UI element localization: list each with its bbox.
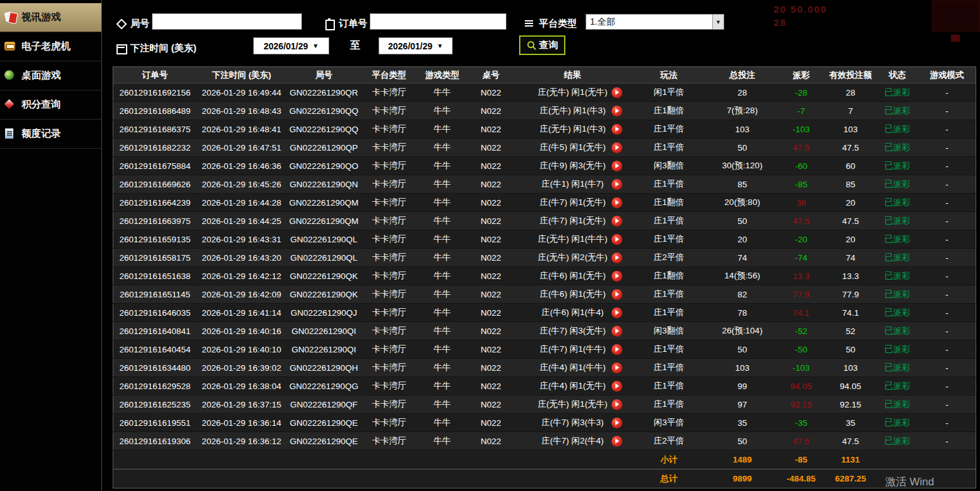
cell: -103 — [778, 120, 825, 139]
result-text: 庄(无牛) 闲1(牛3) — [539, 124, 605, 134]
search-button[interactable]: 查询 — [519, 35, 565, 55]
cell: GN022261290QP — [287, 139, 361, 157]
cell — [113, 451, 631, 469]
total-valid-bet: 6287.25 — [825, 469, 877, 488]
play-icon[interactable] — [612, 436, 622, 447]
cell: 牛牛 — [417, 249, 468, 267]
cell: 庄1平倍 — [631, 304, 707, 322]
clipboard-icon — [324, 18, 334, 28]
subtotal-payout: -85 — [778, 451, 825, 469]
play-icon[interactable] — [612, 381, 622, 392]
table-row: 2601291616295282026-01-29 16:38:04GN0222… — [113, 377, 976, 395]
cell: 卡卡湾厅 — [361, 359, 417, 377]
play-icon[interactable] — [612, 399, 622, 410]
cell: 28 — [707, 84, 778, 102]
selected-value: 2026/01/29 — [388, 41, 432, 51]
cell: 50 — [707, 340, 778, 359]
slot-icon — [4, 40, 16, 53]
total-row: 总计 9899 -484.85 6287.25 — [113, 469, 976, 488]
result-cell: 庄(牛1) 闲1(牛7) — [515, 175, 631, 194]
play-icon[interactable] — [612, 216, 622, 227]
table-row: 2601291616193062026-01-29 16:36:12GN0222… — [113, 432, 976, 451]
column-header: 游戏类型 — [417, 67, 468, 84]
play-icon[interactable] — [612, 142, 622, 153]
result-cell: 庄(无牛) 闲1(无牛) — [515, 395, 631, 414]
result-text: 庄(牛4) 闲1(无牛) — [539, 381, 605, 390]
result-cell: 庄(牛6) 闲1(牛4) — [515, 304, 631, 322]
cell: GN022261290QK — [287, 285, 361, 304]
platform-type-select[interactable]: 1.全部 ▼ — [586, 14, 724, 30]
column-header: 订单号 — [113, 67, 197, 84]
cell: -85 — [778, 175, 825, 194]
cell: 已派彩 — [877, 175, 919, 194]
cell: 庄1平倍 — [631, 230, 707, 249]
cell: - — [919, 432, 976, 451]
records-table-container: 订单号下注时间 (美东)局号平台类型游戏类型桌号结果玩法总投注派彩有效投注额状态… — [113, 66, 976, 488]
cell: 牛牛 — [417, 414, 468, 432]
cell: N022 — [468, 157, 515, 175]
play-icon[interactable] — [612, 326, 622, 337]
play-icon[interactable] — [612, 344, 622, 355]
sidebar-item[interactable]: 桌面游戏 — [0, 61, 101, 90]
cell: 260129161651145 — [113, 285, 197, 304]
play-icon[interactable] — [612, 289, 622, 300]
cell: 260129161625235 — [113, 395, 197, 414]
play-icon[interactable] — [612, 87, 622, 98]
cell: 卡卡湾厅 — [361, 230, 417, 249]
total-label: 总计 — [631, 469, 707, 488]
cell: 2026-01-29 16:37:15 — [197, 395, 287, 414]
cell: 260129161629528 — [113, 377, 197, 395]
cell: - — [919, 340, 976, 359]
result-text: 庄(牛9) 闲3(无牛) — [539, 161, 605, 170]
result-cell: 庄(牛6) 闲1(无牛) — [515, 267, 631, 285]
sidebar-item[interactable]: 积分查询 — [0, 90, 101, 120]
result-cell: 庄(牛4) 闲1(无牛) — [515, 377, 631, 395]
result-cell: 庄(牛7) 闲3(无牛) — [515, 322, 631, 340]
cell: 103 — [825, 120, 877, 139]
play-icon[interactable] — [612, 271, 622, 282]
play-icon[interactable] — [612, 418, 622, 428]
cell: 2026-01-29 16:36:12 — [197, 432, 287, 451]
play-icon[interactable] — [612, 161, 622, 171]
order-number-input[interactable] — [370, 13, 506, 30]
play-icon[interactable] — [612, 234, 622, 245]
cell: 77.9 — [825, 285, 877, 304]
play-icon[interactable] — [612, 124, 622, 135]
play-icon[interactable] — [612, 308, 622, 318]
cell: - — [919, 285, 976, 304]
date-from-select[interactable]: 2026/01/29 ▼ — [253, 37, 329, 54]
play-icon[interactable] — [612, 179, 622, 190]
date-to-select[interactable]: 2026/01/29 ▼ — [379, 37, 453, 54]
cell: 卡卡湾厅 — [361, 377, 417, 395]
cell: 牛牛 — [417, 340, 468, 359]
cell: 已派彩 — [877, 432, 919, 451]
table-header-row: 订单号下注时间 (美东)局号平台类型游戏类型桌号结果玩法总投注派彩有效投注额状态… — [113, 67, 976, 84]
round-number-input[interactable] — [152, 13, 302, 30]
cell: 260129161640841 — [113, 322, 197, 340]
play-icon[interactable] — [612, 252, 622, 263]
sidebar-item[interactable]: 视讯游戏 — [0, 3, 101, 32]
cell: 卡卡湾厅 — [361, 139, 417, 157]
cell: 已派彩 — [877, 267, 919, 285]
cell: - — [919, 102, 976, 120]
cell: GN022261290QQ — [287, 102, 361, 120]
cell: 卡卡湾厅 — [361, 285, 417, 304]
cell: 牛牛 — [417, 322, 468, 340]
sidebar-item[interactable]: 额度记录 — [0, 120, 101, 149]
sidebar-item-label: 电子老虎机 — [22, 40, 71, 53]
cell: 庄1翻倍 — [631, 194, 707, 212]
cell: 260129161669626 — [113, 175, 197, 194]
cell: GN022261290QF — [287, 395, 361, 414]
sidebar-item-label: 视讯游戏 — [22, 11, 61, 24]
result-text: 庄(牛6) 闲1(牛4) — [541, 308, 603, 317]
result-cell: 庄(牛5) 闲1(无牛) — [515, 139, 631, 157]
play-icon[interactable] — [612, 363, 622, 373]
play-icon[interactable] — [612, 106, 622, 116]
cell: 2026-01-29 16:44:28 — [197, 194, 287, 212]
play-icon[interactable] — [612, 197, 622, 208]
result-text: 庄(牛7) 闲2(牛4) — [541, 436, 603, 445]
cell: -52 — [778, 322, 825, 340]
cell — [113, 469, 631, 488]
result-text: 庄(牛4) 闲1(牛牛) — [539, 363, 605, 372]
sidebar-item[interactable]: 电子老虎机 — [0, 32, 101, 61]
